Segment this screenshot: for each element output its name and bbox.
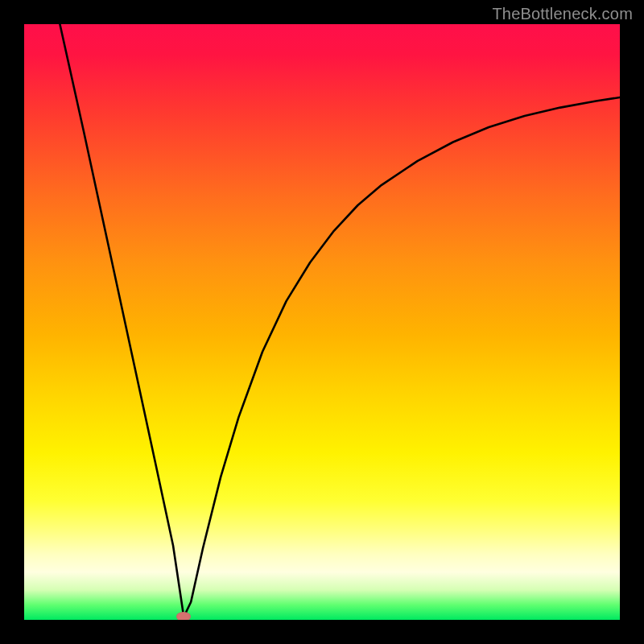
bottleneck-curve bbox=[24, 24, 620, 620]
plot-area bbox=[24, 24, 620, 620]
minimum-marker bbox=[176, 612, 191, 620]
chart-stage: TheBottleneck.com bbox=[0, 0, 644, 644]
watermark-text: TheBottleneck.com bbox=[492, 5, 633, 23]
